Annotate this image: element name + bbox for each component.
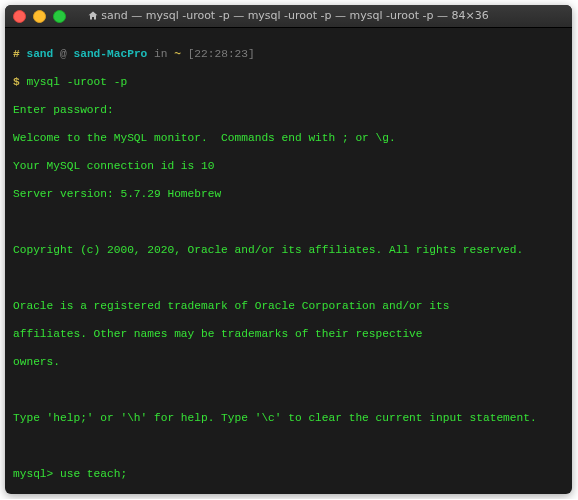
zoom-icon[interactable] [53, 10, 66, 23]
terminal-window: sand — mysql -uroot -p — mysql -uroot -p… [5, 5, 572, 494]
blank-line [13, 271, 564, 285]
minimize-icon[interactable] [33, 10, 46, 23]
output-text: Oracle is a registered trademark of Orac… [13, 299, 564, 313]
prompt-dir: ~ [174, 48, 181, 60]
output-text: Enter password: [13, 103, 564, 117]
home-icon [88, 10, 98, 24]
window-title-text: sand — mysql -uroot -p — mysql -uroot -p… [101, 9, 488, 22]
mysql-prompt: mysql> [13, 468, 53, 480]
mysql-command: use teach; [60, 468, 127, 480]
output-text: Copyright (c) 2000, 2020, Oracle and/or … [13, 243, 564, 257]
prompt-time: [22:28:23] [188, 48, 255, 60]
close-icon[interactable] [13, 10, 26, 23]
output-text: owners. [13, 355, 564, 369]
shell-prompt-line: # sand @ sand-MacPro in ~ [22:28:23] [13, 47, 564, 61]
prompt-hash: # [13, 48, 20, 60]
shell-command-line: $ mysql -uroot -p [13, 75, 564, 89]
blank-line [13, 383, 564, 397]
prompt-user: sand [26, 48, 53, 60]
shell-command: mysql -uroot -p [26, 76, 127, 88]
titlebar: sand — mysql -uroot -p — mysql -uroot -p… [5, 5, 572, 28]
traffic-lights [13, 10, 66, 23]
prompt-dollar: $ [13, 76, 20, 88]
prompt-in: in [154, 48, 167, 60]
window-title: sand — mysql -uroot -p — mysql -uroot -p… [5, 9, 572, 24]
prompt-host: sand-MacPro [73, 48, 147, 60]
blank-line [13, 215, 564, 229]
output-text: Server version: 5.7.29 Homebrew [13, 187, 564, 201]
output-text: Welcome to the MySQL monitor. Commands e… [13, 131, 564, 145]
blank-line [13, 439, 564, 453]
output-text: Your MySQL connection id is 10 [13, 159, 564, 173]
prompt-at: @ [60, 48, 67, 60]
output-text: affiliates. Other names may be trademark… [13, 327, 564, 341]
output-text: Type 'help;' or '\h' for help. Type '\c'… [13, 411, 564, 425]
terminal-body[interactable]: # sand @ sand-MacPro in ~ [22:28:23] $ m… [5, 28, 572, 494]
mysql-command-line: mysql> use teach; [13, 467, 564, 481]
